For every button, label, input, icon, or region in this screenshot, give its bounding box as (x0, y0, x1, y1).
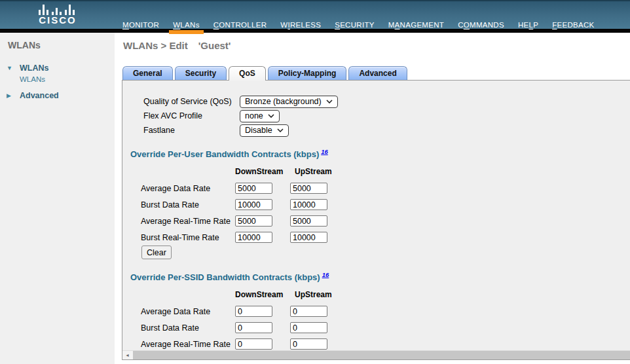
tab-qos[interactable]: QoS (229, 66, 266, 81)
column-header-upstream: UpStream (295, 290, 332, 299)
footnote-link-16[interactable]: 16 (322, 271, 329, 278)
field-row-fastlane: FastlaneDisable (143, 123, 338, 137)
column-header-upstream: UpStream (295, 167, 332, 176)
field-label: Flex AVC Profile (143, 111, 240, 120)
flex-avc-profile-select[interactable]: none (240, 110, 280, 122)
column-headers: DownStreamUpStream (141, 163, 345, 180)
table-row-average-real-time-rate: Average Real-Time Rate (141, 213, 345, 229)
nav-item-commands[interactable]: COMMANDS (458, 21, 504, 29)
wlan-name: 'Guest' (198, 40, 231, 51)
per-user-average-data-rate-upstream-input[interactable] (290, 183, 327, 194)
nav-item-monitor[interactable]: MONITOR (122, 21, 159, 29)
per-ssid-average-real-time-rate-downstream-input[interactable] (235, 338, 272, 350)
chevron-down-icon (326, 100, 333, 103)
sidebar-item-label: WLANs (20, 64, 48, 73)
top-header: CISCO MONITORWLANsCONTROLLERWIRELESSSECU… (0, 0, 630, 33)
scrollbar-thumb[interactable] (133, 351, 630, 359)
cisco-logo-text: CISCO (34, 15, 81, 25)
field-row-quality-of-service-qos: Quality of Service (QoS)Bronze (backgrou… (143, 94, 338, 109)
tab-advanced[interactable]: Advanced (348, 66, 407, 80)
row-label: Burst Real-Time Rate (141, 233, 235, 242)
field-row-flex-avc-profile: Flex AVC Profilenone (143, 109, 338, 123)
table-row-average-data-rate: Average Data Rate (141, 303, 345, 319)
select-value: Bronze (background) (245, 97, 322, 106)
per-user-average-real-time-rate-upstream-input[interactable] (290, 215, 327, 227)
tab-bar: GeneralSecurityQoSPolicy-MappingAdvanced (122, 66, 407, 81)
table-row-burst-data-rate: Burst Data Rate (141, 196, 345, 213)
breadcrumb: WLANs > Edit (123, 40, 188, 51)
select-value: Disable (245, 126, 272, 135)
nav-item-wireless[interactable]: WIRELESS (280, 21, 321, 29)
fastlane-select[interactable]: Disable (240, 124, 289, 137)
sidebar-tree: ▼ WLANs WLANs ▶ Advanced (7, 64, 59, 100)
cisco-logo-bars-icon (39, 4, 77, 15)
tab-security[interactable]: Security (175, 66, 227, 80)
per-user-average-real-time-rate-downstream-input[interactable] (235, 215, 272, 227)
column-header-downstream: DownStream (235, 167, 295, 176)
table-row-burst-real-time-rate: Burst Real-Time Rate (141, 229, 345, 246)
sidebar-item-wlans[interactable]: ▼ WLANs (7, 64, 59, 73)
nav-item-wlans[interactable]: WLANs (173, 21, 199, 29)
row-label: Average Real-Time Rate (141, 217, 235, 226)
page-title: WLANs > Edit'Guest' (123, 40, 231, 51)
table-row-burst-data-rate: Burst Data Rate (141, 319, 345, 336)
active-nav-indicator (169, 30, 203, 34)
field-label: Quality of Service (QoS) (143, 97, 240, 106)
tab-policy-mapping[interactable]: Policy-Mapping (268, 66, 347, 80)
row-label: Average Data Rate (141, 184, 235, 193)
per-ssid-average-data-rate-upstream-input[interactable] (290, 306, 327, 317)
nav-item-security[interactable]: SECURITY (335, 21, 375, 29)
chevron-down-icon (268, 114, 274, 118)
column-header-downstream: DownStream (235, 290, 295, 299)
nav-item-management[interactable]: MANAGEMENT (388, 21, 444, 29)
footnote-link-16[interactable]: 16 (321, 148, 328, 155)
select-value: none (245, 111, 263, 120)
field-label: Fastlane (143, 126, 240, 135)
per-ssid-burst-data-rate-downstream-input[interactable] (235, 322, 272, 333)
sidebar-item-label: Advanced (20, 91, 59, 100)
per-user-burst-data-rate-downstream-input[interactable] (235, 199, 272, 210)
chevron-right-icon: ▶ (7, 92, 20, 99)
per-ssid-average-data-rate-downstream-input[interactable] (235, 306, 272, 317)
chevron-down-icon (277, 128, 284, 132)
sidebar-item-wlans-child[interactable]: WLANs (20, 75, 59, 83)
table-row-average-data-rate: Average Data Rate (141, 180, 345, 196)
sidebar-title: WLANs (8, 40, 41, 50)
column-headers: DownStreamUpStream (141, 286, 345, 303)
scroll-left-button[interactable]: ◄ (122, 351, 132, 359)
nav-item-help[interactable]: HELP (518, 21, 538, 29)
row-label: Average Real-Time Rate (141, 340, 235, 349)
per-ssid-bandwidth-table: DownStreamUpStreamAverage Data RateBurst… (141, 286, 345, 352)
clear-button[interactable]: Clear (141, 246, 172, 259)
per-user-burst-real-time-rate-upstream-input[interactable] (290, 232, 327, 243)
tab-general[interactable]: General (122, 66, 173, 80)
left-arrow-icon: ◄ (125, 353, 130, 357)
per-user-burst-real-time-rate-downstream-input[interactable] (235, 232, 272, 243)
chevron-down-icon: ▼ (7, 65, 20, 71)
row-label: Average Data Rate (141, 307, 235, 316)
nav-item-feedback[interactable]: FEEDBACK (552, 21, 594, 29)
nav-item-controller[interactable]: CONTROLLER (213, 21, 267, 29)
sidebar-item-advanced[interactable]: ▶ Advanced (7, 91, 59, 100)
per-user-bandwidth-table: DownStreamUpStreamAverage Data RateBurst… (141, 163, 345, 246)
qos-fields: Quality of Service (QoS)Bronze (backgrou… (143, 94, 338, 137)
per-ssid-section-heading: Override Per-SSID Bandwidth Contracts (k… (130, 271, 329, 282)
quality-of-service-qos-select[interactable]: Bronze (background) (240, 96, 338, 108)
per-user-average-data-rate-downstream-input[interactable] (235, 183, 272, 194)
per-ssid-average-real-time-rate-upstream-input[interactable] (290, 338, 327, 350)
top-nav: MONITORWLANsCONTROLLERWIRELESSSECURITYMA… (122, 1, 595, 34)
cisco-logo: CISCO (34, 4, 81, 25)
tab-content-panel: Quality of Service (QoS)Bronze (backgrou… (122, 80, 630, 360)
sidebar: WLANs ▼ WLANs WLANs ▶ Advanced (0, 33, 115, 364)
horizontal-scrollbar[interactable]: ◄ (122, 350, 630, 359)
row-label: Burst Data Rate (141, 323, 235, 333)
per-ssid-burst-data-rate-upstream-input[interactable] (290, 322, 327, 333)
per-user-section-heading: Override Per-User Bandwidth Contracts (k… (130, 148, 328, 159)
per-user-burst-data-rate-upstream-input[interactable] (290, 199, 327, 210)
row-label: Burst Data Rate (141, 200, 235, 209)
